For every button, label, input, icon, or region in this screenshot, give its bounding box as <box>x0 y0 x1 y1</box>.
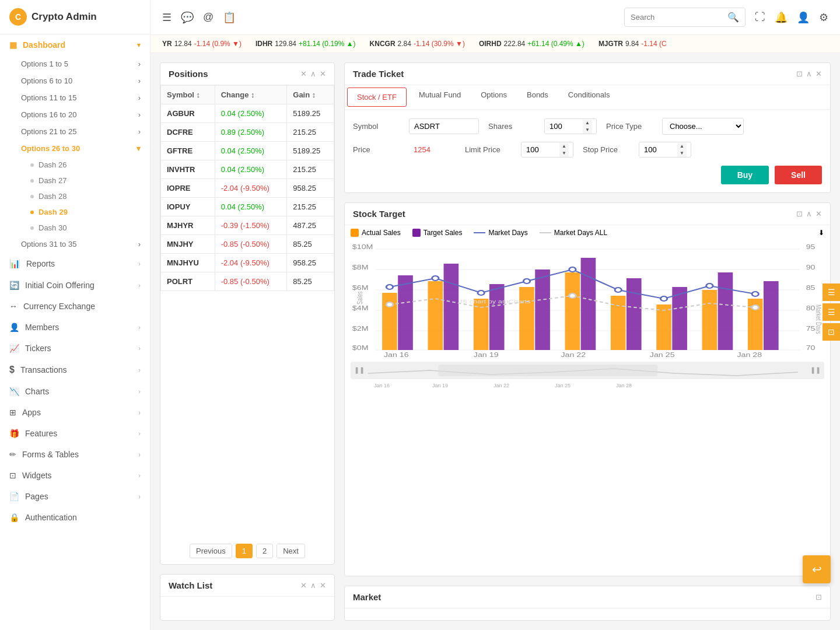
sidebar-item-reports[interactable]: 📊 Reports › <box>0 253 150 275</box>
svg-rect-25 <box>535 270 550 350</box>
next-page-btn[interactable]: Next <box>276 544 305 558</box>
sidebar-label-dashboard: Dashboard <box>23 40 65 50</box>
trade-close-btn[interactable]: ✕ <box>816 69 822 78</box>
watchlist-controls: ✕ ∧ ✕ <box>300 581 326 590</box>
svg-point-37 <box>432 276 439 281</box>
limit-up-btn[interactable]: ▲ <box>559 143 569 150</box>
col-gain: Gain ↕ <box>287 86 334 104</box>
buy-button[interactable]: Buy <box>721 166 769 184</box>
sub-options-26-30[interactable]: Options 26 to 30 ▾ Dash 26 Dash 27 Dash … <box>0 140 150 236</box>
sidebar-item-features[interactable]: 🎁 Features › <box>0 423 150 444</box>
trade-minimize-btn[interactable]: ⊡ <box>796 69 803 78</box>
dash-30[interactable]: Dash 30 <box>0 220 150 236</box>
tab-options[interactable]: Options <box>471 85 517 109</box>
sidebar-item-tickers[interactable]: 📈 Tickers › <box>0 338 150 359</box>
positions-collapse-btn[interactable]: ∧ <box>310 69 316 78</box>
stock-target-controls: ⊡ ∧ ✕ <box>796 209 822 218</box>
sidebar-item-widgets[interactable]: ⊡ Widgets › <box>0 465 150 486</box>
dash-29[interactable]: Dash 29 <box>0 204 150 220</box>
market-header: Market ⊡ <box>345 586 830 608</box>
table-row: INVHTR 0.04 (2.50%) 215.25 <box>161 160 334 179</box>
col-symbol: Symbol ↕ <box>161 86 215 104</box>
stop-up-btn[interactable]: ▲ <box>677 143 687 150</box>
limit-price-wrapper: ▲ ▼ <box>521 142 573 158</box>
tab-stock-etf[interactable]: Stock / ETF <box>347 88 407 107</box>
cell-gain: 958.25 <box>287 179 334 198</box>
watchlist-minimize-btn[interactable]: ✕ <box>300 581 307 590</box>
sub-options-31-35[interactable]: Options 31 to 35 › <box>0 236 150 253</box>
price-type-select[interactable]: Choose... Market Limit Stop <box>662 118 744 135</box>
sub-options-6-10[interactable]: Options 6 to 10 › <box>0 72 150 89</box>
sidebar-item-members[interactable]: 👤 Members › <box>0 317 150 338</box>
tab-mutual-fund[interactable]: Mutual Fund <box>409 85 471 109</box>
trade-ticket-title: Trade Ticket <box>353 69 404 79</box>
sell-button[interactable]: Sell <box>775 166 822 184</box>
chart-scrollbar[interactable]: ❚❚ ❚❚ Jan 16 Jan 19 Jan 22 Jan 25 Jan 28 <box>351 362 824 379</box>
scrollbar-right-btn[interactable]: ❚❚ <box>807 366 824 374</box>
tab-bonds[interactable]: Bonds <box>517 85 558 109</box>
page-1-btn[interactable]: 1 <box>236 544 253 558</box>
fab-main[interactable]: ↩ <box>803 555 831 583</box>
sidebar-item-dashboard[interactable]: ▦ Dashboard ▾ <box>0 34 150 55</box>
user-icon[interactable]: 👤 <box>797 11 810 24</box>
trade-row-2: Price Limit Price ▲ ▼ Stop Price <box>353 142 822 158</box>
shares-up-btn[interactable]: ▲ <box>583 120 592 127</box>
sidebar-label-tickers: Tickers <box>25 344 51 353</box>
sidebar-item-transactions[interactable]: $ Transactions › <box>0 359 150 381</box>
page-2-btn[interactable]: 2 <box>256 544 273 558</box>
shares-input[interactable] <box>545 119 583 134</box>
trade-collapse-btn[interactable]: ∧ <box>806 69 812 78</box>
tab-conditionals[interactable]: Conditionals <box>558 85 620 109</box>
sidebar-item-forms[interactable]: ✏ Forms & Tables › <box>0 444 150 465</box>
price-value[interactable] <box>409 142 456 157</box>
clipboard-icon[interactable]: 📋 <box>223 11 236 24</box>
stop-price-input[interactable] <box>639 142 677 157</box>
float-btn-2[interactable]: ☰ <box>822 303 840 321</box>
dash-26[interactable]: Dash 26 <box>0 157 150 173</box>
watchlist-close-btn[interactable]: ✕ <box>320 581 326 590</box>
prev-page-btn[interactable]: Previous <box>190 544 232 558</box>
sidebar-item-charts[interactable]: 📉 Charts › <box>0 381 150 402</box>
stop-down-btn[interactable]: ▼ <box>677 150 687 157</box>
cell-symbol: GFTRE <box>161 142 215 160</box>
chart-area: $10M $8M $6M $4M $2M $0M 95 90 85 80 75 … <box>345 240 830 576</box>
ticker-oirhd: OIRHD 222.84 +61.14 (0.49% ▲) <box>479 40 584 48</box>
sub-options-16-20[interactable]: Options 16 to 20 › <box>0 106 150 123</box>
settings-icon[interactable]: ⚙ <box>819 11 828 24</box>
limit-price-input[interactable] <box>522 142 559 157</box>
sub-options-11-15[interactable]: Options 11 to 15 › <box>0 89 150 106</box>
symbol-input[interactable] <box>409 118 479 134</box>
scrollbar-left-btn[interactable]: ❚❚ <box>351 366 368 374</box>
float-btn-3[interactable]: ⊡ <box>822 323 840 341</box>
chevron-members: › <box>138 324 141 331</box>
search-input[interactable] <box>631 13 724 22</box>
positions-minimize-btn[interactable]: ✕ <box>300 69 307 78</box>
chat-icon[interactable]: 💬 <box>181 11 194 24</box>
menu-icon[interactable]: ☰ <box>162 11 172 24</box>
sub-options-1-5[interactable]: Options 1 to 5 › <box>0 55 150 72</box>
stock-close-btn[interactable]: ✕ <box>816 209 822 218</box>
watchlist-collapse-btn[interactable]: ∧ <box>310 581 316 590</box>
sidebar-item-ico[interactable]: 🔄 Initial Coin Offering › <box>0 275 150 296</box>
market-minimize-btn[interactable]: ⊡ <box>816 593 822 601</box>
mention-icon[interactable]: @ <box>203 11 214 23</box>
sidebar-label-pages: Pages <box>25 492 48 501</box>
sidebar-item-pages[interactable]: 📄 Pages › <box>0 486 150 507</box>
search-box[interactable]: 🔍 <box>624 8 746 27</box>
limit-down-btn[interactable]: ▼ <box>559 150 569 157</box>
sidebar-item-currency[interactable]: ↔ Currency Exchange <box>0 296 150 317</box>
svg-point-46 <box>569 293 576 298</box>
chart-download-btn[interactable]: ⬇ <box>818 229 824 237</box>
shares-down-btn[interactable]: ▼ <box>583 127 592 134</box>
sidebar-item-auth[interactable]: 🔒 Authentication <box>0 507 150 528</box>
positions-close-btn[interactable]: ✕ <box>320 69 326 78</box>
dash-27[interactable]: Dash 27 <box>0 173 150 188</box>
sub-options-21-25[interactable]: Options 21 to 25 › <box>0 123 150 140</box>
stock-minimize-btn[interactable]: ⊡ <box>796 209 803 218</box>
fullscreen-icon[interactable]: ⛶ <box>755 11 765 23</box>
float-btn-1[interactable]: ☰ <box>822 284 840 301</box>
sidebar-item-apps[interactable]: ⊞ Apps › <box>0 402 150 423</box>
dash-28[interactable]: Dash 28 <box>0 188 150 204</box>
stock-collapse-btn[interactable]: ∧ <box>806 209 812 218</box>
bell-icon[interactable]: 🔔 <box>775 11 788 24</box>
